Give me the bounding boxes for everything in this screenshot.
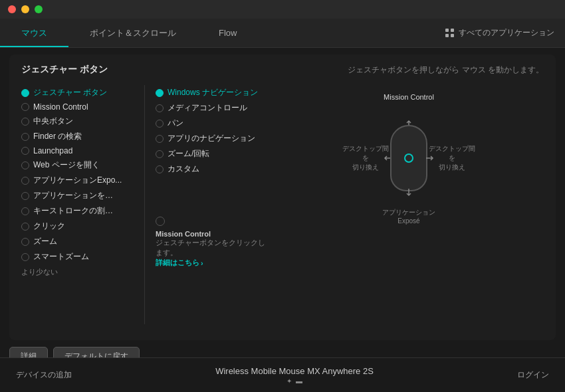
- radio-open-web: [21, 161, 29, 169]
- info-box: Mission Control ジェスチャーボタンをクリックします。 詳細はこち…: [156, 217, 267, 268]
- radio-pan: [156, 120, 164, 128]
- arrow-down-icon: [405, 187, 412, 199]
- radio-launchpad: [21, 147, 29, 155]
- tab-mouse[interactable]: マウス: [0, 19, 68, 47]
- tab-bar: マウス ポイント＆スクロール Flow すべてのアプリケーション: [0, 19, 565, 48]
- list-item-finder-search[interactable]: Finder の検索: [21, 129, 144, 144]
- device-name: Wireless Mobile Mouse MX Anywhere 2S: [215, 366, 374, 376]
- radio-zoom-rotate: [156, 150, 164, 158]
- label-right: デスクトップ間を切り換え: [429, 144, 475, 172]
- mouse-body: [390, 125, 427, 191]
- mid-item-zoom-rotate[interactable]: ズーム/回転: [156, 146, 267, 161]
- radio-app-expo: [21, 177, 29, 185]
- section-title: ジェスチャー ボタン: [21, 64, 108, 76]
- info-title: Mission Control: [156, 230, 267, 238]
- info-link[interactable]: 詳細はこちら ›: [156, 258, 267, 268]
- list-item-zoom[interactable]: ズーム: [21, 234, 144, 249]
- radio-media-control: [156, 104, 164, 112]
- list-item-keystroke[interactable]: キーストロークの割…: [21, 203, 144, 219]
- radio-click: [21, 223, 29, 231]
- title-bar: [0, 0, 565, 19]
- mouse-diagram: Mission Control デスクトップ間を切り換え: [342, 92, 475, 225]
- device-info: Wireless Mobile Mouse MX Anywhere 2S ✦ ▬: [72, 366, 517, 385]
- tab-point-scroll[interactable]: ポイント＆スクロール: [68, 19, 197, 47]
- less-link[interactable]: より少ない: [21, 267, 144, 277]
- label-bottom: アプリケーションExposé: [376, 208, 442, 225]
- list-item-smart-zoom[interactable]: スマートズーム: [21, 249, 144, 264]
- list-item-app-switch[interactable]: アプリケーションを…: [21, 188, 144, 203]
- bluetooth-icon: ✦: [286, 377, 292, 385]
- app-selector[interactable]: すべてのアプリケーション: [435, 19, 565, 47]
- label-top: Mission Control: [384, 93, 434, 101]
- list-item-mission-control[interactable]: Mission Control: [21, 100, 144, 114]
- left-column: ジェスチャー ボタン Mission Control 中央ボタン Finder …: [21, 85, 144, 324]
- mouse-center-dot: [404, 153, 413, 163]
- tab-spacer: [258, 19, 435, 47]
- radio-windows-nav: [156, 89, 164, 97]
- info-circle: [156, 217, 165, 226]
- tab-flow[interactable]: Flow: [197, 19, 258, 47]
- section-description: ジェスチャボタンを押しながら マウス を動かします。: [348, 64, 544, 76]
- list-item-center-button[interactable]: 中央ボタン: [21, 114, 144, 129]
- radio-finder-search: [21, 133, 29, 141]
- info-description: ジェスチャーボタンをクリックします。: [156, 238, 267, 258]
- mid-item-media-control[interactable]: メディアコントロール: [156, 100, 267, 116]
- radio-gesture-button: [21, 89, 29, 97]
- battery-icon: ▬: [296, 377, 302, 385]
- radio-app-switch: [21, 192, 29, 200]
- mid-item-pan[interactable]: パン: [156, 116, 267, 131]
- radio-smart-zoom: [21, 253, 29, 261]
- list-item-launchpad[interactable]: Launchpad: [21, 144, 144, 157]
- radio-keystroke: [21, 207, 29, 215]
- list-item-open-web[interactable]: Web ページを開く: [21, 157, 144, 173]
- close-button[interactable]: [8, 5, 16, 13]
- list-item-app-expo[interactable]: アプリケーションExpo...: [21, 173, 144, 188]
- section-header: ジェスチャー ボタン ジェスチャボタンを押しながら マウス を動かします。: [21, 64, 544, 76]
- login-button[interactable]: ログイン: [517, 369, 549, 381]
- mid-item-custom[interactable]: カスタム: [156, 161, 267, 177]
- radio-mission-control: [21, 103, 29, 111]
- mid-column: Windows ナビゲーション メディアコントロール パン アプリのナビゲーショ…: [144, 85, 267, 324]
- list-item-gesture-button[interactable]: ジェスチャー ボタン: [21, 85, 144, 100]
- columns: ジェスチャー ボタン Mission Control 中央ボタン Finder …: [21, 85, 544, 324]
- radio-custom: [156, 165, 164, 173]
- mid-item-app-nav[interactable]: アプリのナビゲーション: [156, 131, 267, 146]
- minimize-button[interactable]: [21, 5, 29, 13]
- main-content: ジェスチャー ボタン ジェスチャボタンを押しながら マウス を動かします。 ジェ…: [9, 54, 556, 340]
- bottom-bar: デバイスの追加 Wireless Mobile Mouse MX Anywher…: [0, 357, 565, 392]
- radio-zoom: [21, 238, 29, 246]
- device-icons: ✦ ▬: [286, 377, 302, 385]
- list-item-click[interactable]: クリック: [21, 219, 144, 234]
- grid-icon: [445, 29, 455, 38]
- right-column: Mission Control デスクトップ間を切り換え: [267, 85, 544, 324]
- radio-center-button: [21, 118, 29, 126]
- maximize-button[interactable]: [35, 5, 43, 13]
- radio-app-nav: [156, 135, 164, 143]
- mid-item-windows-nav[interactable]: Windows ナビゲーション: [156, 85, 267, 100]
- add-device-button[interactable]: デバイスの追加: [16, 369, 72, 381]
- label-left: デスクトップ間を切り換え: [342, 144, 389, 172]
